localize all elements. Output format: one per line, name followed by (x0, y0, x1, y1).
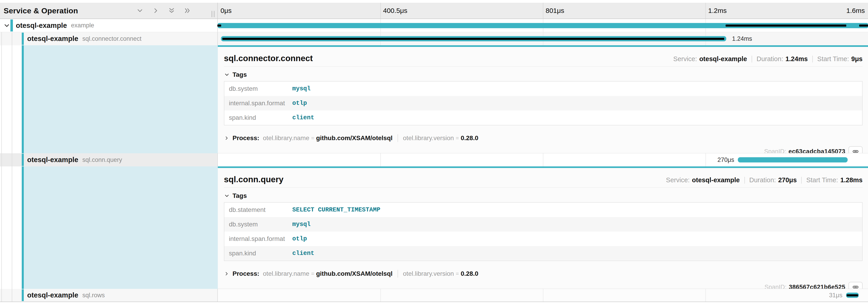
indent-guide (12, 32, 12, 45)
operation-name: sql.conn.query (83, 156, 122, 163)
span-row-query-timeline: 270μs (218, 153, 868, 166)
tag-row: span.kind client (224, 246, 862, 260)
span-row-rows[interactable]: otesql-example sql.rows 31μs (0, 289, 868, 302)
span-row-connect-name-cell[interactable]: otesql-example sql.connector.connect (0, 32, 218, 45)
span-row-connect-timeline: 1.24ms (218, 32, 868, 45)
indent-guide (1, 32, 2, 45)
process-section-toggle[interactable]: Process: otel.library.name = github.com/… (224, 269, 478, 279)
chevron-down-icon (136, 7, 144, 14)
collapse-one-button[interactable] (135, 6, 145, 16)
span-row-connect[interactable]: otesql-example sql.connector.connect 1.2… (0, 32, 868, 45)
span-row-query-name-cell[interactable]: otesql-example sql.conn.query (0, 153, 218, 166)
copy-span-link-button[interactable] (848, 282, 863, 289)
tags-section-toggle[interactable]: Tags (224, 70, 247, 79)
chevron-right-icon (152, 7, 160, 14)
process-value: 0.28.0 (461, 270, 478, 277)
gridline (543, 289, 544, 302)
collapse-controls (135, 3, 192, 19)
ruler-tick: 801μs (546, 3, 564, 19)
process-section-toggle[interactable]: Process: otel.library.name = github.com/… (224, 133, 478, 143)
tag-key: db.system (224, 221, 292, 228)
expand-all-button[interactable] (183, 6, 192, 16)
tag-value: mysql (292, 85, 311, 92)
meta-separator (812, 56, 813, 62)
span-detail-query: sql.conn.query Service: otesql-example D… (0, 166, 868, 289)
selected-span-color-bar (22, 166, 24, 289)
service-color-bar (22, 289, 24, 301)
span-id-value: 386567c621b6e525 (789, 284, 845, 289)
gridline (706, 289, 706, 302)
service-color-bar (22, 33, 24, 45)
span-meta: Service: otesql-example Duration: 1.24ms… (673, 55, 863, 63)
operation-name: example (71, 22, 94, 29)
divider (224, 187, 863, 188)
span-meta: Service: otesql-example Duration: 270μs … (666, 176, 863, 184)
span-detail-header[interactable]: sql.connector.connect Service: otesql-ex… (224, 54, 863, 63)
tag-key: internal.span.format (224, 235, 292, 243)
tag-value: otlp (292, 100, 307, 106)
span-row-rows-name-cell[interactable]: otesql-example sql.rows (0, 289, 218, 302)
ruler-tick: 1.6ms (846, 3, 865, 19)
timeline-header: Service & Operation 0μs (0, 3, 868, 19)
span-row-rows-timeline: 31μs (218, 289, 868, 302)
service-name: otesql-example (16, 22, 67, 30)
span-duration-label: 1.24ms (732, 35, 752, 42)
operation-name: sql.rows (83, 292, 105, 299)
chevron-down-icon (224, 193, 230, 199)
span-row-example-name-cell[interactable]: otesql-example example (0, 19, 218, 32)
span-operation-title: sql.conn.query (224, 175, 283, 184)
gridline (706, 153, 706, 166)
span-row-example[interactable]: otesql-example example (0, 19, 868, 32)
tag-key: db.statement (224, 206, 292, 214)
divider (224, 66, 863, 67)
indent-guide (12, 153, 12, 166)
process-key: otel.library.version (403, 134, 454, 142)
span-bar-query[interactable] (738, 157, 848, 162)
critical-path-segment (847, 294, 858, 296)
tag-value: client (292, 114, 314, 121)
indent-guide (1, 45, 2, 153)
tags-section-toggle[interactable]: Tags (224, 191, 247, 201)
indent-guide (12, 166, 12, 289)
link-icon (852, 284, 859, 289)
indent-guide (12, 289, 12, 302)
duration-value: 270μs (778, 176, 797, 184)
collapse-all-button[interactable] (167, 6, 177, 16)
ruler-tick: 400.5μs (383, 3, 407, 19)
service-value: otesql-example (699, 55, 747, 63)
collapse-children-toggle[interactable] (3, 22, 10, 29)
service-name: otesql-example (27, 156, 78, 164)
chevron-down-icon (3, 22, 10, 29)
equals-sign: = (311, 271, 314, 277)
column-resize-handle[interactable] (212, 11, 215, 17)
span-detail-connect: sql.connector.connect Service: otesql-ex… (0, 45, 868, 153)
tag-key: internal.span.format (224, 100, 292, 107)
service-operation-header: Service & Operation (0, 3, 218, 19)
tag-key: span.kind (224, 250, 292, 257)
process-key: otel.library.name (263, 270, 309, 277)
selected-span-indent-fill (24, 166, 218, 289)
process-key: otel.library.version (403, 270, 454, 277)
critical-path-segment (217, 25, 221, 27)
selected-span-indent-fill (24, 45, 218, 153)
process-key: otel.library.name (263, 134, 309, 142)
span-id-label: SpanID: (764, 148, 786, 153)
service-color-bar (10, 20, 13, 31)
expand-one-button[interactable] (151, 6, 161, 16)
bottom-strip (0, 302, 868, 307)
span-bar-connect[interactable] (221, 36, 726, 41)
copy-span-link-button[interactable] (848, 146, 863, 153)
equals-sign: = (311, 135, 314, 141)
span-detail-connect-body: sql.connector.connect Service: otesql-ex… (218, 45, 868, 153)
span-detail-header[interactable]: sql.conn.query Service: otesql-example D… (224, 175, 863, 184)
gridline (543, 153, 544, 166)
tag-value: otlp (292, 236, 307, 242)
indent-guide (12, 45, 12, 153)
span-row-query[interactable]: otesql-example sql.conn.query 270μs (0, 153, 868, 166)
tag-row: span.kind client (224, 111, 862, 125)
span-bar-rows[interactable] (846, 293, 859, 298)
process-value: 0.28.0 (461, 134, 478, 142)
double-chevron-right-icon (184, 7, 191, 14)
process-label: Process: (232, 270, 259, 277)
span-id-label: SpanID: (765, 284, 787, 289)
